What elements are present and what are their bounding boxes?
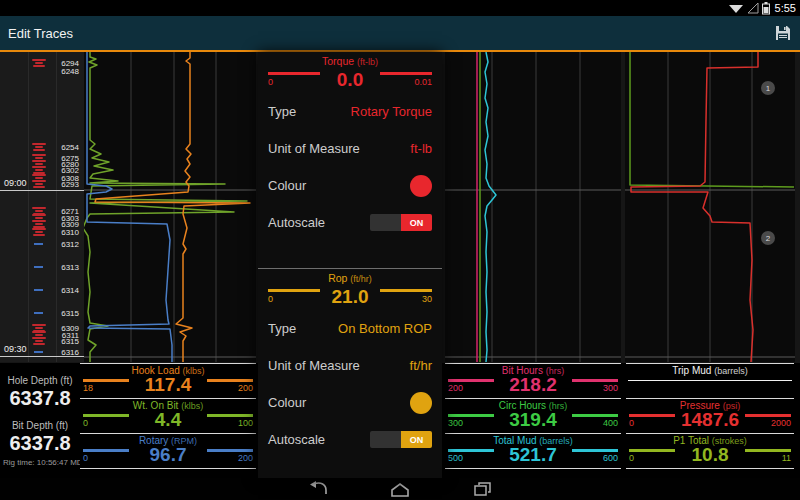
autoscale-toggle[interactable]: ON bbox=[370, 214, 432, 231]
depth-label: 6312 bbox=[61, 240, 79, 249]
gauge-bar bbox=[448, 449, 494, 452]
depth-mark: 6313 bbox=[0, 263, 84, 272]
gauge-max: 100 bbox=[207, 418, 253, 428]
trace-unit: (ft/hr) bbox=[350, 274, 372, 284]
depth-mark: 6312 bbox=[0, 240, 84, 249]
type-row[interactable]: Type On Bottom ROP bbox=[268, 310, 432, 347]
unit-of-measure-row[interactable]: Unit of Measure ft-lb bbox=[268, 130, 432, 167]
back-button[interactable] bbox=[306, 480, 330, 498]
gauge-value: 218.2 bbox=[494, 375, 572, 395]
colour-swatch[interactable] bbox=[410, 392, 432, 414]
toggle-on-label: ON bbox=[401, 214, 432, 231]
depth-label: 6310 bbox=[61, 228, 79, 237]
gauge-bar bbox=[572, 449, 618, 452]
survey-symbol bbox=[34, 312, 43, 314]
home-button[interactable] bbox=[388, 480, 412, 498]
gauge-unit: (hrs) bbox=[546, 366, 565, 376]
type-row[interactable]: Type Rotary Torque bbox=[268, 93, 432, 130]
type-value: On Bottom ROP bbox=[338, 321, 432, 336]
hours-trace-chart[interactable] bbox=[445, 52, 621, 362]
uom-value: ft/hr bbox=[410, 358, 432, 373]
trace-green bbox=[630, 52, 794, 187]
scroll-badge-1[interactable]: 1 bbox=[761, 81, 775, 95]
colour-row[interactable]: Colour bbox=[268, 384, 432, 421]
gauge-max: 11 bbox=[745, 453, 791, 463]
depth-mark: 6314 bbox=[0, 286, 84, 295]
autoscale-toggle[interactable]: ON bbox=[370, 431, 432, 448]
trace-title: Torque bbox=[322, 55, 354, 67]
scroll-badge-2[interactable]: 2 bbox=[761, 231, 775, 245]
gauge-value: 4.4 bbox=[129, 410, 207, 430]
gauge-max: 200 bbox=[207, 383, 253, 393]
gauge-max: 2000 bbox=[745, 418, 791, 428]
trace-value: 0.0 bbox=[320, 69, 380, 93]
bit-depth-label: Bit Depth (ft) bbox=[0, 420, 80, 431]
gauge-p1-total: P1 Total (strokes) 0 10.8 11 bbox=[626, 433, 794, 469]
gauge-min: 200 bbox=[448, 383, 494, 393]
torque-section: Torque (ft-lb) 0 0.0 0.01 Type Rotary To… bbox=[258, 52, 442, 268]
gauge-bar bbox=[268, 72, 320, 75]
save-button[interactable] bbox=[774, 24, 792, 42]
depth-mark: 6310 bbox=[0, 228, 84, 237]
colour-row[interactable]: Colour bbox=[268, 167, 432, 204]
gauge-total-mud: Total Mud (barrels) 500 521.7 600 bbox=[445, 433, 621, 469]
connection-symbol bbox=[30, 143, 48, 151]
gauge-bar bbox=[268, 289, 320, 292]
trace-red bbox=[631, 52, 758, 362]
gauge-value: 521.7 bbox=[494, 445, 572, 465]
gauge-unit: (psi) bbox=[723, 401, 741, 411]
bit-depth-value: 6337.8 bbox=[0, 432, 80, 455]
gauge-bar bbox=[380, 72, 432, 75]
page-title: Edit Traces bbox=[8, 26, 73, 41]
gauge-bit-hours: Bit Hours (hrs) 200 218.2 300 bbox=[445, 363, 621, 398]
rop-section: Rop (ft/hr) 0 21.0 30 Type On Bottom ROP… bbox=[258, 268, 442, 478]
gauge-pressure: Pressure (psi) 0 1487.6 2000 bbox=[626, 398, 794, 433]
gauge-bar bbox=[83, 449, 129, 452]
mud-pressure-trace-chart[interactable] bbox=[625, 52, 795, 362]
gauge-max: 30 bbox=[380, 294, 432, 304]
connection-symbol bbox=[30, 228, 48, 236]
depth-mark: 6248 bbox=[0, 67, 84, 76]
gauge-value: 319.4 bbox=[494, 410, 572, 430]
gauge-column-left: Hook Load (klbs) 18 117.4 200 Wt. On Bit… bbox=[80, 363, 256, 469]
connection-symbol bbox=[30, 337, 48, 345]
unit-of-measure-row[interactable]: Unit of Measure ft/hr bbox=[268, 347, 432, 384]
gauge-bar bbox=[745, 414, 791, 417]
time-label: 09:00 bbox=[4, 178, 27, 188]
recents-button[interactable] bbox=[470, 480, 494, 498]
depth-label: 6293 bbox=[61, 180, 79, 189]
gauge-min: 0 bbox=[268, 77, 320, 87]
gauge-unit: (barrels) bbox=[714, 366, 748, 376]
gauge-min: 0 bbox=[629, 453, 675, 463]
uom-label: Unit of Measure bbox=[268, 358, 360, 373]
gauge-bar bbox=[207, 414, 253, 417]
gauge-max: 300 bbox=[572, 383, 618, 393]
gauge-min: 0 bbox=[83, 418, 129, 428]
toggle-on-label: ON bbox=[401, 431, 432, 448]
app-bar: Edit Traces bbox=[0, 16, 800, 50]
trace-green bbox=[84, 52, 247, 362]
gauge-value: 1487.6 bbox=[675, 410, 745, 430]
colour-swatch[interactable] bbox=[410, 175, 432, 197]
gauge-min: 0 bbox=[629, 418, 675, 428]
gauge-bar bbox=[745, 449, 791, 452]
trace-orange bbox=[95, 52, 250, 362]
gauge-bar bbox=[207, 449, 253, 452]
gauge-unit: (klbs) bbox=[181, 401, 203, 411]
gauge-trip-mud: Trip Mud (barrels) bbox=[626, 363, 794, 398]
uom-label: Unit of Measure bbox=[268, 141, 360, 156]
toggle-track bbox=[370, 214, 401, 231]
time-gridline bbox=[0, 356, 84, 357]
depth-track[interactable]: 6294624862546275628063026308629362716303… bbox=[0, 52, 84, 362]
gauge-value: 10.8 bbox=[675, 445, 745, 465]
drilling-trace-chart[interactable] bbox=[84, 52, 256, 362]
gauge-wob: Wt. On Bit (klbs) 0 4.4 100 bbox=[80, 398, 256, 433]
connection-symbol bbox=[30, 180, 48, 188]
gauge-unit: (strokes) bbox=[712, 436, 747, 446]
gauge-min: 18 bbox=[83, 383, 129, 393]
wifi-icon bbox=[729, 2, 744, 14]
hole-depth-value: 6337.8 bbox=[0, 387, 80, 410]
gauge-bar bbox=[207, 379, 253, 382]
gauge-unit: (klbs) bbox=[183, 366, 205, 376]
rig-time: Rig time: 10:56:47 MDT bbox=[3, 458, 87, 467]
